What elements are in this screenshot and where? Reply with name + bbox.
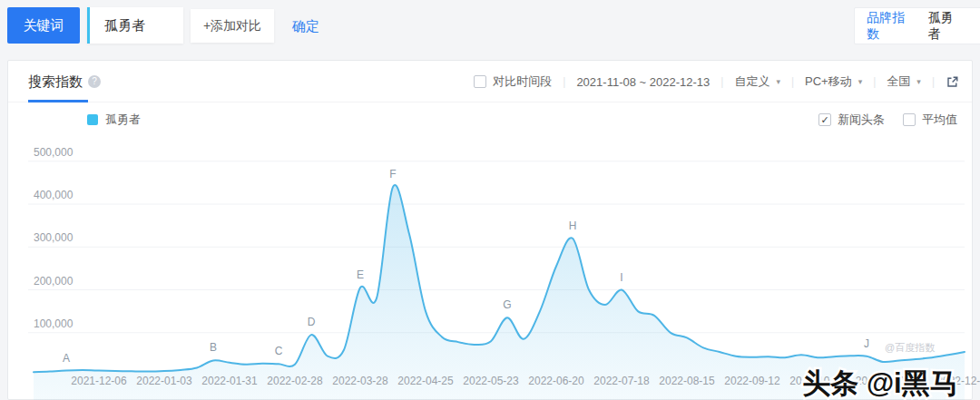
x-tick-label: 2022-02-28: [267, 375, 323, 387]
separator: |: [873, 75, 876, 88]
separator: |: [720, 75, 723, 88]
source-watermark: @百度指数: [885, 341, 935, 355]
chart-controls: 对比时间段 | 2021-11-08 ~ 2022-12-13 | 自定义 ▾ …: [474, 61, 959, 102]
gridlines: [28, 161, 965, 333]
brand-keyword: 孤勇者: [928, 10, 965, 43]
confirm-link[interactable]: 确定: [292, 18, 319, 35]
chevron-down-icon: ▾: [916, 77, 921, 86]
top-toolbar: 关键词 孤勇者 +添加对比 确定 品牌指数 孤勇者 ⋮: [0, 0, 980, 53]
peak-label-B: B: [210, 341, 217, 354]
x-tick-label: 2022-07-18: [593, 375, 650, 387]
help-icon[interactable]: ?: [88, 75, 101, 88]
x-tick-label: 2022-03-28: [332, 375, 388, 387]
big-watermark-text: 头条 @i黑马: [802, 367, 957, 399]
keyword-button[interactable]: 关键词: [7, 7, 80, 44]
separator: |: [932, 75, 935, 88]
compare-period-label: 对比时间段: [493, 73, 552, 90]
peak-labels: ABCDEFGHIJ: [63, 168, 869, 364]
separator: |: [563, 75, 565, 88]
peak-label-C: C: [275, 345, 283, 357]
brand-index-link[interactable]: 品牌指数: [867, 10, 916, 43]
compare-period-checkbox[interactable]: [474, 75, 486, 88]
chevron-down-icon: ▾: [776, 77, 780, 86]
custom-range-label: 自定义: [734, 73, 769, 90]
more-options-icon[interactable]: ⋮: [975, 18, 980, 34]
separator: |: [791, 75, 794, 88]
y-axis-labels: 100,000200,000300,000400,000500,000: [34, 146, 74, 330]
x-tick-label: 2022-05-23: [463, 375, 519, 387]
chevron-down-icon: ▾: [858, 77, 863, 86]
overlay-toggles: ✓ 新闻头条 平均值: [800, 112, 957, 128]
brand-index-box: 品牌指数 孤勇者 ⋮: [854, 7, 980, 44]
x-tick-label: 2022-01-03: [136, 375, 192, 387]
average-toggle[interactable]: 平均值: [903, 112, 957, 128]
x-tick-label: 2022-01-31: [201, 375, 258, 387]
peak-label-E: E: [357, 268, 364, 281]
x-tick-label: 2021-12-06: [71, 375, 127, 387]
peak-label-F: F: [389, 168, 396, 180]
peak-label-J: J: [864, 337, 869, 350]
average-checkbox[interactable]: [903, 113, 916, 126]
date-range-picker[interactable]: 2021-11-08 ~ 2022-12-13: [576, 75, 710, 89]
x-tick-label: 2022-06-20: [528, 375, 584, 387]
news-headlines-toggle[interactable]: ✓ 新闻头条: [818, 112, 885, 128]
add-compare-button[interactable]: +添加对比: [191, 9, 274, 43]
x-tick-label: 2022-08-15: [659, 375, 715, 387]
region-label: 全国: [887, 73, 910, 90]
peak-label-H: H: [569, 220, 577, 232]
external-link-icon[interactable]: [946, 75, 959, 89]
compare-period-toggle[interactable]: 对比时间段: [474, 73, 552, 90]
search-index-panel: 搜索指数 ? 对比时间段 | 2021-11-08 ~ 2022-12-13 |…: [7, 60, 973, 400]
tab-search-index[interactable]: 搜索指数 ?: [28, 61, 101, 102]
average-label: 平均值: [922, 112, 957, 128]
y-tick-label: 100,000: [34, 317, 74, 330]
news-headlines-checkbox[interactable]: ✓: [818, 113, 831, 126]
device-label: PC+移动: [805, 73, 852, 90]
y-tick-label: 200,000: [34, 275, 74, 288]
custom-range-dropdown[interactable]: 自定义 ▾: [734, 73, 780, 90]
legend-row: 孤勇者 ✓ 新闻头条 平均值: [8, 102, 972, 135]
y-tick-label: 400,000: [34, 189, 74, 201]
big-watermark: 头条 @i黑马: [782, 358, 978, 400]
region-dropdown[interactable]: 全国 ▾: [887, 73, 921, 90]
panel-header: 搜索指数 ? 对比时间段 | 2021-11-08 ~ 2022-12-13 |…: [8, 61, 972, 102]
peak-label-A: A: [63, 352, 70, 365]
x-tick-label: 2022-09-12: [724, 375, 780, 387]
y-tick-label: 500,000: [34, 146, 74, 159]
series-legend[interactable]: 孤勇者: [87, 112, 141, 128]
x-tick-label: 2022-04-25: [397, 375, 454, 387]
tab-label: 搜索指数: [28, 73, 83, 91]
keyword-value: 孤勇者: [104, 17, 145, 34]
series-legend-label: 孤勇者: [105, 112, 141, 128]
peak-label-I: I: [620, 271, 622, 284]
series-color-swatch: [87, 114, 98, 125]
peak-label-D: D: [308, 316, 316, 328]
peak-label-G: G: [503, 298, 511, 311]
keyword-input[interactable]: 孤勇者: [87, 7, 183, 44]
y-tick-label: 300,000: [34, 231, 74, 244]
news-headlines-label: 新闻头条: [838, 112, 885, 128]
device-dropdown[interactable]: PC+移动 ▾: [805, 73, 862, 90]
